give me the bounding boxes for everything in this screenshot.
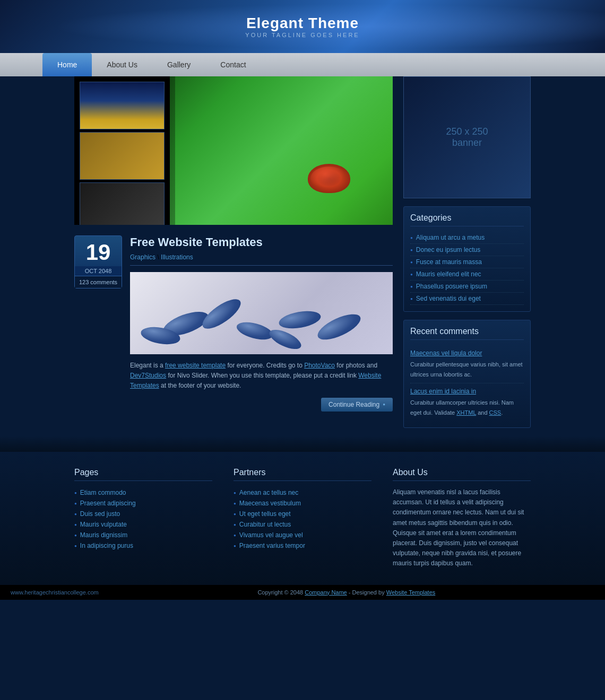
bottom-bar: www.heritagechristiancollege.com Copyrig… [0, 585, 605, 600]
recent-comment-2-title[interactable]: Lacus enim id lacinia in [410, 388, 524, 395]
date-comments: 123 comments [75, 276, 122, 288]
post-content: Free Website Templates Graphics \ Illust… [130, 235, 393, 412]
footer-company-link[interactable]: Company Name [305, 589, 347, 596]
footer-partner-2[interactable]: Maecenas vestibulum [234, 498, 371, 509]
footer-partners-widget: Partners Aenean ac tellus nec Maecenas v… [234, 468, 371, 569]
footer-page-5[interactable]: Mauris dignissim [74, 530, 212, 540]
link-xhtml[interactable]: XHTML [456, 409, 476, 416]
footer-partner-4[interactable]: Curabitur ut lectus [234, 519, 371, 530]
footer-widgets: Pages Etiam commodo Praesent adipiscing … [0, 452, 605, 585]
slider-thumb-1[interactable] [80, 82, 165, 129]
link-photovaco[interactable]: PhotoVaco [304, 362, 335, 369]
date-box: 19 OCT 2048 123 comments [74, 235, 122, 288]
recent-comment-1-text: Curabitur pellentesque varius nibh, sit … [410, 361, 523, 378]
category-4[interactable]: Mauris eleifend elit nec [410, 268, 524, 281]
categories-title: Categories [410, 213, 524, 226]
image-slider[interactable] [74, 76, 393, 225]
link-free-template[interactable]: free website template [165, 362, 226, 369]
category-3[interactable]: Fusce at mauris massa [410, 256, 524, 268]
footer-partner-3[interactable]: Ut eget tellus eget [234, 509, 371, 519]
post-category-illustrations[interactable]: Illustrations [161, 253, 193, 261]
slider-bug [308, 164, 350, 193]
category-2[interactable]: Donec eu ipsum lectus [410, 244, 524, 256]
footer-about-widget: About Us Aliquam venenatis nisl a lacus … [393, 468, 531, 569]
footer-partners-title: Partners [234, 468, 371, 481]
footer-designed-by-link[interactable]: Website Templates [386, 589, 436, 596]
left-content: 19 OCT 2048 123 comments Free Website Te… [74, 76, 393, 436]
footer-pages-title: Pages [74, 468, 212, 481]
footer-partner-5[interactable]: Vivamus vel augue vel [234, 530, 371, 540]
footer-about-text: Aliquam venenatis nisl a lacus facilisis… [393, 487, 531, 569]
link-website-templates[interactable]: Website Templates [130, 372, 381, 389]
site-header: Elegant Theme YOUR TAGLINE GOES HERE [0, 0, 605, 53]
slider-thumb-2[interactable] [80, 132, 165, 180]
banner-ad[interactable]: 250 x 250 banner [403, 76, 531, 198]
recent-comment-1-title[interactable]: Maecenas vel liqula dolor [410, 349, 524, 357]
footer-page-4[interactable]: Mauris vulputate [74, 519, 212, 530]
post-title: Free Website Templates [130, 235, 393, 249]
slider-thumb-3[interactable] [80, 182, 165, 225]
categories-section: Categories Aliquam ut arcu a metus Donec… [403, 206, 531, 312]
footer-page-2[interactable]: Praesent adipiscing [74, 498, 212, 509]
post-meta: Graphics \ Illustrations [130, 253, 393, 266]
slider-leaf-bg [170, 76, 393, 225]
footer-pages-widget: Pages Etiam commodo Praesent adipiscing … [74, 468, 212, 569]
nav-gallery[interactable]: Gallery [152, 53, 205, 76]
recent-comments-section: Recent comments Maecenas vel liqula dolo… [403, 320, 531, 428]
bottom-copyright: Copyright © 2048 Company Name - Designed… [99, 589, 594, 596]
nav-contact[interactable]: Contact [205, 53, 261, 76]
nav-home[interactable]: Home [42, 53, 92, 76]
sidebar: 250 x 250 banner Categories Aliquam ut a… [403, 76, 531, 436]
recent-comments-title: Recent comments [410, 327, 524, 340]
category-1[interactable]: Aliquam ut arcu a metus [410, 232, 524, 244]
pill-4 [235, 319, 275, 343]
content-area: 19 OCT 2048 123 comments Free Website Te… [74, 76, 531, 436]
footer-partner-6[interactable]: Praesent varius tempor [234, 540, 371, 551]
footer-page-1[interactable]: Etiam commodo [74, 487, 212, 498]
post-image [130, 272, 393, 354]
footer-page-3[interactable]: Duis sed justo [74, 509, 212, 519]
separator [0, 436, 605, 452]
date-month-year: OCT 2048 [75, 266, 122, 276]
categories-list: Aliquam ut arcu a metus Donec eu ipsum l… [410, 232, 524, 305]
post-text: Elegant is a free website template for e… [130, 361, 393, 391]
link-dev7studios[interactable]: Dev7Studios [130, 372, 166, 379]
footer-pages-list: Etiam commodo Praesent adipiscing Duis s… [74, 487, 212, 551]
pill-7 [314, 309, 364, 345]
link-css[interactable]: CSS [489, 409, 502, 416]
banner-text: 250 x 250 banner [446, 126, 488, 148]
footer-page-6[interactable]: In adipiscing purus [74, 540, 212, 551]
date-day: 19 [77, 241, 119, 264]
header-text: Elegant Theme YOUR TAGLINE GOES HERE [245, 15, 359, 38]
bottom-url: www.heritagechristiancollege.com [11, 589, 99, 596]
footer-partner-1[interactable]: Aenean ac tellus nec [234, 487, 371, 498]
category-6[interactable]: Sed venenatis dui eget [410, 293, 524, 305]
footer-about-title: About Us [393, 468, 531, 481]
category-5[interactable]: Phasellus posuere ipsum [410, 281, 524, 293]
post-category-graphics[interactable]: Graphics [130, 253, 155, 261]
nav-about[interactable]: About Us [92, 53, 152, 76]
recent-comment-2: Lacus enim id lacinia in Curabitur ullam… [410, 383, 524, 421]
site-tagline: YOUR TAGLINE GOES HERE [245, 32, 359, 38]
pill-5 [278, 308, 322, 331]
recent-comment-2-text: Curabitur ullamcorper ultricies nisi. Na… [410, 399, 514, 416]
recent-comment-1: Maecenas vel liqula dolor Curabitur pell… [410, 345, 524, 383]
site-title: Elegant Theme [245, 15, 359, 32]
navigation: Home About Us Gallery Contact [0, 53, 605, 76]
post-area: 19 OCT 2048 123 comments Free Website Te… [74, 235, 393, 412]
slider-overlay [74, 76, 175, 225]
footer-partners-list: Aenean ac tellus nec Maecenas vestibulum… [234, 487, 371, 551]
pill-6 [267, 326, 304, 353]
continue-reading-button[interactable]: Continue Reading [321, 398, 393, 412]
